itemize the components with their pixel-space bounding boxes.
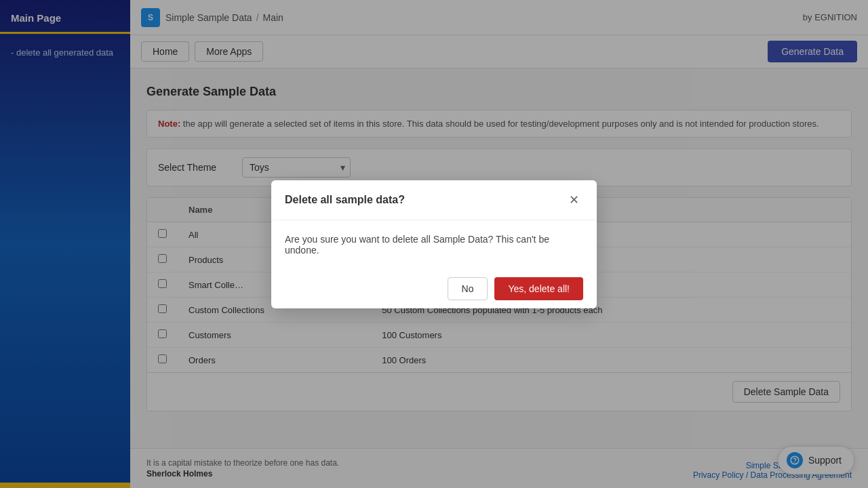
delete-modal: Delete all sample data? ✕ Are you sure y… xyxy=(271,180,597,308)
modal-no-button[interactable]: No xyxy=(448,277,488,300)
modal-footer: No Yes, delete all! xyxy=(271,269,597,308)
modal-close-button[interactable]: ✕ xyxy=(565,191,583,209)
modal-overlay: Delete all sample data? ✕ Are you sure y… xyxy=(0,0,868,488)
modal-body: Are you sure you want to delete all Samp… xyxy=(271,220,597,269)
modal-title: Delete all sample data? xyxy=(285,194,405,206)
modal-yes-button[interactable]: Yes, delete all! xyxy=(494,277,583,300)
modal-header: Delete all sample data? ✕ xyxy=(271,180,597,220)
